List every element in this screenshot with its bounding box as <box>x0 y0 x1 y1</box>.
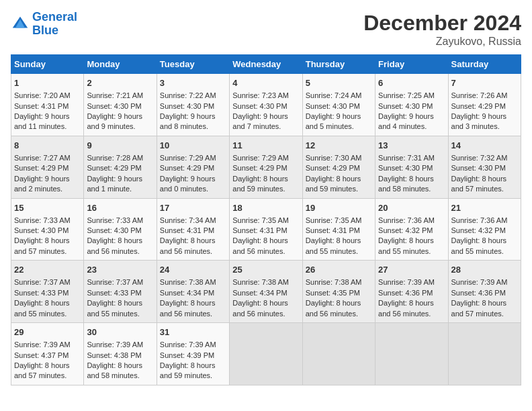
sunset-text: Sunset: 4:39 PM <box>160 351 214 359</box>
calendar-week-row: 15 Sunrise: 7:33 AM Sunset: 4:30 PM Dayl… <box>11 198 521 261</box>
daylight-text: Daylight: 8 hours and 55 minutes. <box>451 236 507 255</box>
daylight-text: Daylight: 9 hours and 0 minutes. <box>160 175 216 193</box>
calendar-day-cell: 30 Sunrise: 7:39 AM Sunset: 4:38 PM Dayl… <box>84 323 157 385</box>
sunrise-text: Sunrise: 7:39 AM <box>451 278 508 286</box>
daylight-text: Daylight: 8 hours and 56 minutes. <box>232 236 288 255</box>
page-title: December 2024 <box>363 11 521 36</box>
sunrise-text: Sunrise: 7:38 AM <box>160 278 216 286</box>
sunset-text: Sunset: 4:30 PM <box>232 102 287 110</box>
logo: GeneralBlue <box>11 11 77 38</box>
sunset-text: Sunset: 4:36 PM <box>378 289 433 297</box>
calendar-week-row: 22 Sunrise: 7:37 AM Sunset: 4:33 PM Dayl… <box>11 261 521 323</box>
sunrise-text: Sunrise: 7:39 AM <box>87 340 143 349</box>
sunrise-text: Sunrise: 7:25 AM <box>378 91 435 99</box>
sunrise-text: Sunrise: 7:24 AM <box>306 91 362 99</box>
sunrise-text: Sunrise: 7:21 AM <box>87 91 143 99</box>
day-number: 9 <box>87 140 153 152</box>
page-subtitle: Zayukovo, Russia <box>363 36 521 48</box>
day-number: 6 <box>378 77 445 89</box>
calendar-day-cell: 15 Sunrise: 7:33 AM Sunset: 4:30 PM Dayl… <box>11 198 84 261</box>
sunrise-text: Sunrise: 7:37 AM <box>87 278 143 286</box>
daylight-text: Daylight: 9 hours and 9 minutes. <box>87 112 142 130</box>
daylight-text: Daylight: 8 hours and 56 minutes. <box>160 299 216 317</box>
day-number: 28 <box>451 264 518 276</box>
day-number: 7 <box>451 77 518 89</box>
daylight-text: Daylight: 8 hours and 56 minutes. <box>160 236 216 255</box>
day-number: 17 <box>160 202 226 214</box>
calendar-day-cell: 17 Sunrise: 7:34 AM Sunset: 4:31 PM Dayl… <box>157 198 229 261</box>
day-number: 10 <box>160 140 226 152</box>
sunset-text: Sunset: 4:30 PM <box>87 102 141 110</box>
sunrise-text: Sunrise: 7:36 AM <box>451 216 508 224</box>
day-of-week-header: Tuesday <box>157 55 229 74</box>
daylight-text: Daylight: 8 hours and 55 minutes. <box>378 236 434 255</box>
day-of-week-header: Saturday <box>448 55 521 74</box>
day-number: 27 <box>378 264 445 276</box>
calendar-day-cell: 8 Sunrise: 7:27 AM Sunset: 4:29 PM Dayli… <box>11 136 84 198</box>
daylight-text: Daylight: 8 hours and 58 minutes. <box>378 175 434 193</box>
calendar-day-cell: 21 Sunrise: 7:36 AM Sunset: 4:32 PM Dayl… <box>448 198 521 261</box>
day-number: 13 <box>378 140 445 152</box>
calendar-day-cell: 3 Sunrise: 7:22 AM Sunset: 4:30 PM Dayli… <box>157 74 229 136</box>
daylight-text: Daylight: 9 hours and 11 minutes. <box>14 112 70 130</box>
day-number: 24 <box>160 264 226 276</box>
sunset-text: Sunset: 4:30 PM <box>451 164 506 172</box>
logo-icon <box>11 15 30 34</box>
day-number: 8 <box>14 140 81 152</box>
sunset-text: Sunset: 4:31 PM <box>232 226 287 234</box>
sunset-text: Sunset: 4:30 PM <box>378 164 433 172</box>
calendar-day-cell: 18 Sunrise: 7:35 AM Sunset: 4:31 PM Dayl… <box>230 198 302 261</box>
sunrise-text: Sunrise: 7:36 AM <box>378 216 435 224</box>
calendar-week-row: 29 Sunrise: 7:39 AM Sunset: 4:37 PM Dayl… <box>11 323 521 385</box>
daylight-text: Daylight: 9 hours and 1 minute. <box>87 175 142 193</box>
day-number: 5 <box>306 77 372 89</box>
calendar-day-cell: 1 Sunrise: 7:20 AM Sunset: 4:31 PM Dayli… <box>11 74 84 136</box>
day-number: 22 <box>14 264 81 276</box>
day-number: 21 <box>451 202 518 214</box>
sunrise-text: Sunrise: 7:35 AM <box>306 216 362 224</box>
sunset-text: Sunset: 4:34 PM <box>160 289 214 297</box>
sunset-text: Sunset: 4:33 PM <box>87 289 141 297</box>
day-number: 31 <box>160 326 226 338</box>
sunset-text: Sunset: 4:31 PM <box>160 226 214 234</box>
day-number: 2 <box>87 77 153 89</box>
sunrise-text: Sunrise: 7:26 AM <box>451 91 508 99</box>
day-number: 23 <box>87 264 153 276</box>
sunrise-text: Sunrise: 7:39 AM <box>14 340 71 349</box>
daylight-text: Daylight: 8 hours and 57 minutes. <box>451 175 507 193</box>
calendar-day-cell: 19 Sunrise: 7:35 AM Sunset: 4:31 PM Dayl… <box>302 198 375 261</box>
sunrise-text: Sunrise: 7:28 AM <box>87 154 143 162</box>
day-number: 4 <box>232 77 299 89</box>
calendar-day-cell: 7 Sunrise: 7:26 AM Sunset: 4:29 PM Dayli… <box>448 74 521 136</box>
daylight-text: Daylight: 8 hours and 59 minutes. <box>160 361 216 379</box>
sunrise-text: Sunrise: 7:39 AM <box>160 340 216 349</box>
day-number: 12 <box>306 140 372 152</box>
calendar-day-cell: 13 Sunrise: 7:31 AM Sunset: 4:30 PM Dayl… <box>375 136 448 198</box>
sunset-text: Sunset: 4:29 PM <box>14 164 69 172</box>
calendar-body: 1 Sunrise: 7:20 AM Sunset: 4:31 PM Dayli… <box>11 74 521 385</box>
daylight-text: Daylight: 8 hours and 59 minutes. <box>232 175 288 193</box>
calendar-day-cell: 22 Sunrise: 7:37 AM Sunset: 4:33 PM Dayl… <box>11 261 84 323</box>
sunset-text: Sunset: 4:32 PM <box>378 226 433 234</box>
sunset-text: Sunset: 4:34 PM <box>232 289 287 297</box>
daylight-text: Daylight: 8 hours and 55 minutes. <box>306 236 361 255</box>
day-of-week-header: Monday <box>84 55 157 74</box>
calendar-day-cell: 16 Sunrise: 7:33 AM Sunset: 4:30 PM Dayl… <box>84 198 157 261</box>
sunset-text: Sunset: 4:30 PM <box>14 226 69 234</box>
calendar-day-cell: 2 Sunrise: 7:21 AM Sunset: 4:30 PM Dayli… <box>84 74 157 136</box>
sunset-text: Sunset: 4:29 PM <box>451 102 506 110</box>
sunset-text: Sunset: 4:31 PM <box>14 102 69 110</box>
sunrise-text: Sunrise: 7:37 AM <box>14 278 71 286</box>
day-number: 3 <box>160 77 226 89</box>
daylight-text: Daylight: 8 hours and 57 minutes. <box>14 236 70 255</box>
sunset-text: Sunset: 4:35 PM <box>306 289 360 297</box>
daylight-text: Daylight: 8 hours and 57 minutes. <box>451 299 507 317</box>
logo-text: GeneralBlue <box>32 11 77 38</box>
sunrise-text: Sunrise: 7:31 AM <box>378 154 435 162</box>
sunrise-text: Sunrise: 7:22 AM <box>160 91 216 99</box>
sunset-text: Sunset: 4:31 PM <box>306 226 360 234</box>
calendar-day-cell: 31 Sunrise: 7:39 AM Sunset: 4:39 PM Dayl… <box>157 323 229 385</box>
calendar-day-cell <box>302 323 375 385</box>
day-number: 30 <box>87 326 153 338</box>
sunrise-text: Sunrise: 7:38 AM <box>306 278 362 286</box>
